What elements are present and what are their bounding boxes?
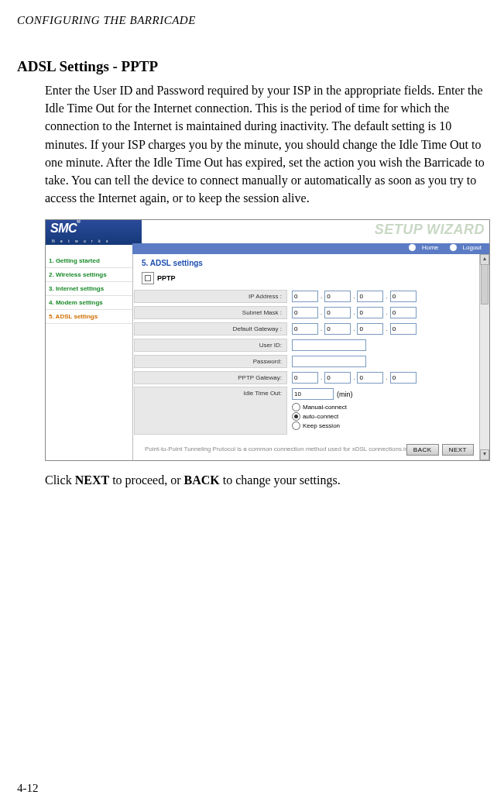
password-label: Password: xyxy=(134,355,287,368)
panel-title: 5. ADSL settings xyxy=(134,254,489,269)
sidebar-item-wireless[interactable]: 2. Wireless settings xyxy=(46,268,132,282)
sidebar-item-internet[interactable]: 3. Internet settings xyxy=(46,282,132,296)
user-id-input[interactable] xyxy=(292,339,366,351)
below-screenshot-text: Click NEXT to proceed, or BACK to change… xyxy=(0,469,504,487)
password-input[interactable] xyxy=(292,356,366,367)
scroll-thumb[interactable] xyxy=(481,264,489,304)
router-screenshot: SMC® N e t w o r k s SETUP WIZARD Home L… xyxy=(45,219,490,461)
idle-timeout-label: Idle Time Out: xyxy=(134,387,287,435)
idle-unit-label: (min) xyxy=(337,391,353,398)
next-button[interactable]: NEXT xyxy=(442,444,474,456)
wizard-title: SETUP WIZARD xyxy=(375,222,485,238)
smc-logo: SMC® N e t w o r k s xyxy=(46,220,142,245)
back-button[interactable]: BACK xyxy=(406,444,439,456)
section-title: ADSL Settings - PPTP xyxy=(0,27,504,81)
radio-auto-connect[interactable] xyxy=(292,412,300,421)
ip-octet-3[interactable] xyxy=(357,291,383,302)
radio-manual-label: Manual-connect xyxy=(303,404,347,411)
user-id-label: User ID: xyxy=(134,339,287,352)
pptp-gateway-label: PPTP Gateway: xyxy=(134,371,287,384)
ip-octet-2[interactable] xyxy=(324,291,351,302)
gw-octet-4[interactable] xyxy=(390,323,417,335)
home-link[interactable]: Home xyxy=(404,244,438,251)
logout-icon xyxy=(450,244,457,251)
sidebar-item-adsl[interactable]: 5. ADSL settings xyxy=(46,310,132,324)
pptp-gw-octet-1[interactable] xyxy=(292,372,318,384)
mask-octet-2[interactable] xyxy=(324,307,351,318)
gw-octet-2[interactable] xyxy=(324,323,351,335)
adsl-form: IP Address : . . . Subnet Mask : . . . xyxy=(134,289,489,435)
idle-timeout-input[interactable] xyxy=(292,388,334,400)
default-gateway-label: Default Gateway : xyxy=(134,322,287,335)
screenshot-topbar: SMC® N e t w o r k s SETUP WIZARD xyxy=(46,220,489,243)
radio-keep-session[interactable] xyxy=(292,421,300,430)
wizard-sidebar: 1. Getting started 2. Wireless settings … xyxy=(46,254,133,460)
ip-octet-4[interactable] xyxy=(390,291,417,302)
pptp-header: PPTP xyxy=(134,269,489,289)
home-bar: Home Logout xyxy=(132,243,489,255)
pptp-icon xyxy=(142,272,154,284)
mask-octet-1[interactable] xyxy=(292,307,318,318)
gw-octet-3[interactable] xyxy=(357,323,383,335)
logout-link[interactable]: Logout xyxy=(445,244,482,251)
sidebar-item-getting-started[interactable]: 1. Getting started xyxy=(46,254,132,268)
main-panel: 5. ADSL settings PPTP IP Address : . . . xyxy=(133,254,489,460)
subnet-mask-label: Subnet Mask : xyxy=(134,306,287,319)
pptp-gw-octet-2[interactable] xyxy=(324,372,351,384)
scrollbar[interactable]: ▴ ▾ xyxy=(479,254,489,460)
ip-address-label: IP Address : xyxy=(134,290,287,303)
pptp-gw-octet-3[interactable] xyxy=(357,372,383,384)
scroll-up-icon[interactable]: ▴ xyxy=(480,254,489,265)
radio-auto-label: auto-connect xyxy=(303,413,338,420)
running-header: CONFIGURING THE BARRICADE xyxy=(0,0,504,27)
ip-octet-1[interactable] xyxy=(292,291,318,302)
home-icon xyxy=(409,244,416,251)
mask-octet-3[interactable] xyxy=(357,307,383,318)
sidebar-item-modem[interactable]: 4. Modem settings xyxy=(46,296,132,310)
intro-paragraph: Enter the User ID and Password required … xyxy=(0,81,504,207)
mask-octet-4[interactable] xyxy=(390,307,417,318)
scroll-down-icon[interactable]: ▾ xyxy=(480,449,489,460)
radio-keep-label: Keep session xyxy=(303,422,340,429)
pptp-gw-octet-4[interactable] xyxy=(390,372,417,384)
gw-octet-1[interactable] xyxy=(292,323,318,335)
radio-manual-connect[interactable] xyxy=(292,403,300,411)
page-number: 4-12 xyxy=(17,782,39,795)
